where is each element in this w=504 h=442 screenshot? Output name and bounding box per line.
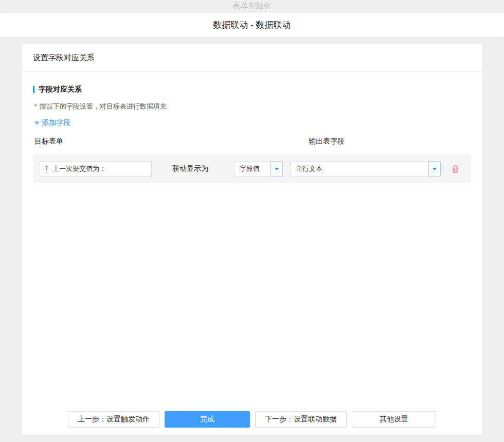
table-column-headers: 目标表单 输出表字段 [33,137,471,147]
field-value-select-value: 字段值 [234,161,271,176]
column-output-field: 输出表字段 [309,137,345,146]
target-field-value: 上一次提交值为： [52,164,106,173]
required-mark: * [34,103,37,110]
panel-title: 设置字段对应关系 [33,53,95,62]
panel-body: 字段对应关系 *按以下的字段设置，对目标表进行数据填充 + 添加字段 目标表单 … [22,72,482,404]
modal-title-bar: 数据联动 - 数据联动 [0,13,504,37]
caret-down-icon [433,168,437,170]
settings-panel: 设置字段对应关系 字段对应关系 *按以下的字段设置，对目标表进行数据填充 + 添… [22,44,482,435]
add-field-label: 添加字段 [42,118,70,128]
panel-header: 设置字段对应关系 [22,44,482,72]
text-type-icon: T [45,165,48,172]
other-settings-button[interactable]: 其他设置 [352,411,436,428]
trash-icon [451,165,459,173]
prev-step-button[interactable]: 上一步：设置触发动作 [68,411,159,428]
add-field-button[interactable]: + 添加字段 [34,118,70,128]
delete-row-button[interactable] [450,164,460,174]
target-field-input[interactable]: T 上一次提交值为： [40,161,152,176]
done-button[interactable]: 完成 [165,411,250,428]
panel-footer: 上一步：设置触发动作 完成 下一步：设置联动数据 其他设置 [22,404,482,435]
field-value-select[interactable]: 字段值 [234,161,283,176]
plus-icon: + [34,119,39,127]
modal-title: 数据联动 - 数据联动 [213,20,291,30]
section-title: 字段对应关系 [33,85,471,94]
output-field-select-value: 单行文本 [290,161,429,176]
field-mapping-row: T 上一次提交值为： 联动显示为 字段值 单行文本 [33,154,471,183]
column-target-form: 目标表单 [34,137,63,145]
field-value-select-caret-button[interactable] [271,161,283,176]
background-page-title: 表单初始化 [0,0,504,13]
hint-text: *按以下的字段设置，对目标表进行数据填充 [33,102,471,111]
section-title-label: 字段对应关系 [39,85,82,94]
accent-bar [33,86,34,93]
output-field-select-caret-button[interactable] [428,161,441,176]
hint-label: 按以下的字段设置，对目标表进行数据填充 [40,102,167,110]
output-field-select[interactable]: 单行文本 [290,161,441,176]
caret-down-icon [275,168,279,170]
relation-label: 联动显示为 [172,164,208,173]
next-step-button[interactable]: 下一步：设置联动数据 [255,411,347,428]
